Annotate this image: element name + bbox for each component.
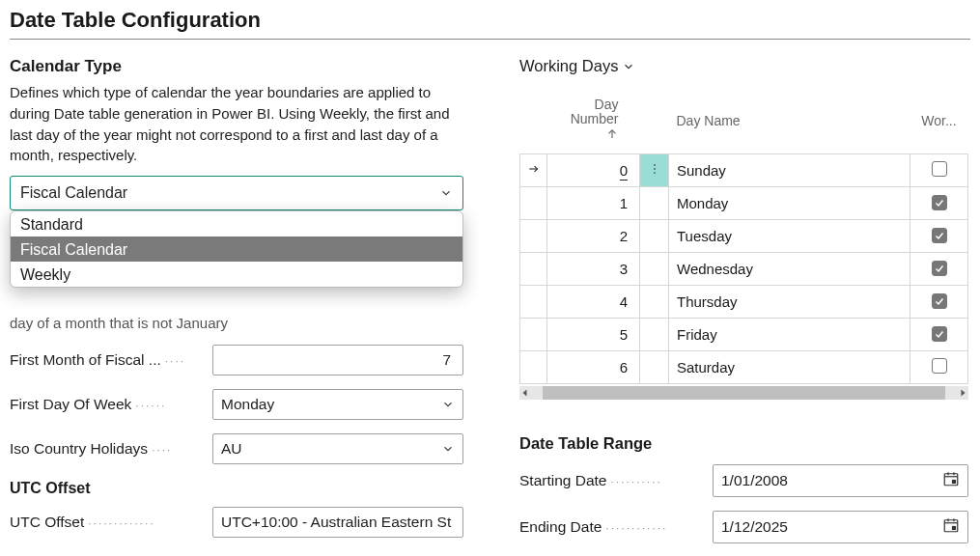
row-menu[interactable] [640, 253, 669, 286]
cell-working[interactable] [910, 154, 968, 187]
cell-day-name[interactable]: Tuesday [669, 220, 910, 253]
table-row[interactable]: 3Wednesday [520, 253, 968, 286]
col-working[interactable]: Wor... [910, 97, 968, 154]
chevron-down-icon [439, 186, 453, 200]
col-day-number[interactable]: Day Number [547, 97, 640, 154]
cell-day-number[interactable]: 3 [547, 253, 640, 286]
scroll-left-icon[interactable] [519, 387, 531, 399]
iso-country-select[interactable]: AU [212, 433, 463, 464]
iso-label: Iso Country Holidays···· [10, 440, 212, 458]
starting-date-input[interactable]: 1/01/2008 [713, 464, 968, 497]
working-checkbox[interactable] [932, 195, 947, 210]
table-row[interactable]: 6Saturday [520, 351, 968, 384]
chevron-down-icon [441, 442, 455, 456]
calendar-type-option-weekly[interactable]: Weekly [11, 262, 462, 287]
cell-day-number[interactable]: 5 [547, 319, 640, 351]
calendar-icon[interactable] [942, 516, 960, 538]
cell-day-name[interactable]: Sunday [669, 154, 910, 187]
working-checkbox[interactable] [932, 228, 947, 243]
working-checkbox[interactable] [932, 293, 947, 309]
svg-point-4 [654, 172, 656, 174]
table-row[interactable]: 5Friday [520, 319, 968, 351]
calendar-type-description: Defines which type of calendar the year … [10, 82, 473, 166]
calendar-type-option-fiscal[interactable]: Fiscal Calendar [11, 236, 462, 262]
svg-marker-6 [962, 390, 966, 397]
row-menu[interactable] [640, 154, 669, 187]
table-row[interactable]: 0Sunday [520, 154, 968, 187]
cell-working[interactable] [910, 319, 968, 351]
ending-date-label: Ending Date············ [519, 518, 713, 536]
right-column: Working Days Day Number [519, 57, 970, 556]
calendar-type-select[interactable]: Fiscal Calendar [10, 176, 463, 210]
calendar-type-dropdown: Standard Fiscal Calendar Weekly [10, 210, 463, 288]
divider [10, 39, 970, 40]
utc-label: UTC Offset············· [10, 514, 212, 531]
working-checkbox[interactable] [932, 261, 947, 276]
scrollbar-thumb[interactable] [543, 386, 945, 400]
current-row-icon [527, 162, 541, 179]
cell-working[interactable] [910, 286, 968, 319]
calendar-icon[interactable] [942, 470, 960, 491]
col-day-name[interactable]: Day Name [669, 97, 910, 154]
table-row[interactable]: 2Tuesday [520, 220, 968, 253]
cell-day-number[interactable]: 6 [547, 351, 640, 384]
date-range-heading: Date Table Range [519, 434, 970, 453]
cell-day-number[interactable]: 2 [547, 220, 640, 253]
svg-point-2 [654, 164, 656, 166]
working-checkbox[interactable] [932, 326, 947, 342]
calendar-type-value: Fiscal Calendar [20, 184, 127, 202]
utc-offset-select[interactable]: UTC+10:00 - Australian Eastern St [212, 507, 463, 538]
row-selector[interactable] [520, 351, 547, 384]
calendar-type-heading: Calendar Type [10, 57, 473, 76]
table-row[interactable]: 1Monday [520, 187, 968, 220]
row-selector[interactable] [520, 154, 547, 187]
working-days-table: Day Number Day Name Wor... 0Sunday1Monda… [519, 97, 968, 384]
table-row[interactable]: 4Thursday [520, 286, 968, 319]
row-selector[interactable] [520, 319, 547, 351]
svg-rect-11 [953, 481, 956, 484]
first-month-label: First Month of Fiscal ...···· [10, 351, 212, 369]
first-month-input[interactable]: 7 [212, 345, 463, 375]
chevron-down-icon [441, 398, 455, 411]
kebab-menu-icon[interactable] [648, 162, 661, 179]
chevron-down-icon [622, 60, 635, 73]
cell-day-number[interactable]: 4 [547, 286, 640, 319]
svg-point-3 [654, 168, 656, 170]
working-checkbox[interactable] [932, 358, 947, 374]
horizontal-scrollbar[interactable] [519, 386, 968, 400]
cell-working[interactable] [910, 253, 968, 286]
working-checkbox[interactable] [932, 161, 947, 177]
first-day-select[interactable]: Monday [212, 389, 463, 420]
row-menu[interactable] [640, 351, 669, 384]
svg-marker-5 [523, 390, 527, 397]
cell-day-name[interactable]: Saturday [669, 351, 910, 384]
ending-date-input[interactable]: 1/12/2025 [713, 511, 968, 543]
sort-asc-icon [605, 127, 619, 144]
starting-date-label: Starting Date·········· [519, 472, 713, 489]
utc-heading: UTC Offset [10, 480, 473, 497]
cell-working[interactable] [910, 187, 968, 220]
cell-day-name[interactable]: Thursday [669, 286, 910, 319]
cell-working[interactable] [910, 220, 968, 253]
cell-day-name[interactable]: Monday [669, 187, 910, 220]
page-title: Date Table Configuration [10, 8, 970, 33]
cell-day-number[interactable]: 1 [547, 187, 640, 220]
row-menu[interactable] [640, 319, 669, 351]
row-selector[interactable] [520, 220, 547, 253]
row-selector[interactable] [520, 253, 547, 286]
row-selector[interactable] [520, 286, 547, 319]
calendar-type-option-standard[interactable]: Standard [11, 211, 462, 236]
first-day-label: First Day Of Week······ [10, 396, 212, 413]
row-menu[interactable] [640, 286, 669, 319]
working-days-expander[interactable]: Working Days [519, 57, 635, 75]
row-menu[interactable] [640, 220, 669, 253]
row-menu[interactable] [640, 187, 669, 220]
svg-rect-16 [953, 527, 956, 530]
obscured-text: day of a month that is not January [10, 315, 473, 331]
cell-day-number[interactable]: 0 [547, 154, 640, 187]
cell-day-name[interactable]: Wednesday [669, 253, 910, 286]
row-selector[interactable] [520, 187, 547, 220]
scroll-right-icon[interactable] [957, 387, 968, 399]
cell-working[interactable] [910, 351, 968, 384]
cell-day-name[interactable]: Friday [669, 319, 910, 351]
